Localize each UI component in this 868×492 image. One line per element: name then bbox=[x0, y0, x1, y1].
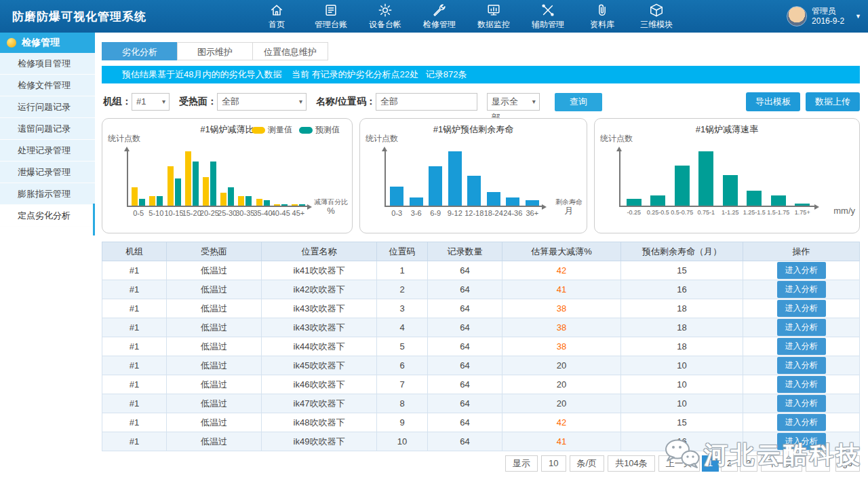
sidebar-item-6[interactable]: 膨胀指示管理 bbox=[0, 183, 95, 205]
bar bbox=[390, 187, 403, 206]
cell-surface: 低温过 bbox=[167, 261, 262, 280]
user-info: 管理员 2016-9-2 bbox=[812, 6, 844, 26]
page-number-3[interactable]: 3 bbox=[740, 455, 757, 472]
cell-life: 10 bbox=[621, 356, 743, 375]
tab-2[interactable]: 位置信息维护 bbox=[252, 42, 328, 60]
pagination: 显示10条/页共104条上一页123下一页go bbox=[102, 455, 860, 472]
surface-select[interactable]: 全部 bbox=[217, 93, 307, 111]
axis-tick-label: 0.25-0.5 bbox=[647, 209, 669, 216]
sidebar-item-0[interactable]: 检修项目管理 bbox=[0, 53, 95, 75]
enter-analysis-button[interactable]: 进入分析 bbox=[777, 433, 826, 450]
cell-action: 进入分析 bbox=[743, 394, 860, 413]
sidebar-item-1[interactable]: 检修文件管理 bbox=[0, 75, 95, 96]
nav-item-tools[interactable]: 辅助管理 bbox=[521, 3, 575, 31]
col-header-5: 估算最大减薄% bbox=[502, 242, 621, 261]
table-row-8: #1低温过ik48吹吹器下9644215进入分析 bbox=[102, 413, 860, 432]
enter-analysis-button[interactable]: 进入分析 bbox=[777, 300, 826, 317]
nav-item-home[interactable]: 首页 bbox=[250, 3, 304, 31]
nav-item-gear[interactable]: 设备台帐 bbox=[358, 3, 412, 31]
show-all-select[interactable]: 显示全部 bbox=[487, 93, 540, 111]
sidebar-item-3[interactable]: 遗留问题记录 bbox=[0, 118, 95, 140]
bar bbox=[228, 187, 234, 206]
enter-analysis-button[interactable]: 进入分析 bbox=[777, 262, 826, 279]
user-menu[interactable]: 管理员 2016-9-2 ▼ bbox=[787, 6, 861, 26]
bar bbox=[526, 200, 539, 206]
tab-0[interactable]: 劣化分析 bbox=[102, 42, 178, 60]
nav-item-monitor[interactable]: 数据监控 bbox=[467, 3, 521, 31]
nav-item-paperclip[interactable]: 资料库 bbox=[575, 3, 629, 31]
bar-group: 10-15 bbox=[165, 150, 182, 206]
chart-x-unit-main: 月 bbox=[555, 206, 583, 215]
app-title: 防磨防爆可视化管理系统 bbox=[12, 9, 146, 24]
sidebar-item-5[interactable]: 泄爆记录管理 bbox=[0, 162, 95, 183]
bar bbox=[292, 204, 298, 206]
cell-action: 进入分析 bbox=[743, 318, 860, 337]
enter-analysis-button[interactable]: 进入分析 bbox=[777, 395, 826, 412]
sidebar-item-2[interactable]: 运行问题记录 bbox=[0, 96, 95, 118]
cell-surface: 低温过 bbox=[167, 394, 262, 413]
page-number-1[interactable]: 1 bbox=[702, 455, 719, 472]
next-page-button[interactable]: 下一页 bbox=[761, 455, 802, 472]
nav-item-label: 首页 bbox=[269, 19, 285, 31]
cell-surface: 低温过 bbox=[167, 280, 262, 299]
enter-analysis-button[interactable]: 进入分析 bbox=[777, 281, 826, 298]
axis-tick-label: 25-30 bbox=[218, 209, 237, 217]
cell-records: 64 bbox=[428, 280, 502, 299]
nav-item-wrench[interactable]: 检修管理 bbox=[412, 3, 467, 31]
bar bbox=[210, 162, 216, 206]
query-button[interactable]: 查询 bbox=[555, 93, 602, 111]
axis-tick-label: 10-15 bbox=[164, 209, 183, 217]
unit-select[interactable]: #1 bbox=[132, 93, 170, 111]
cell-records: 64 bbox=[428, 432, 502, 451]
cell-thinning: 42 bbox=[502, 261, 621, 280]
sidebar-header[interactable]: 检修管理 bbox=[0, 33, 95, 53]
cell-records: 64 bbox=[428, 394, 502, 413]
cell-code: 7 bbox=[377, 375, 428, 394]
cell-location: ik41吹吹器下 bbox=[262, 261, 377, 280]
enter-analysis-button[interactable]: 进入分析 bbox=[777, 357, 826, 374]
cell-life: 10 bbox=[621, 394, 743, 413]
cell-records: 64 bbox=[428, 299, 502, 318]
nav-item-label: 检修管理 bbox=[423, 19, 456, 31]
bar bbox=[245, 196, 252, 206]
chart-2: #1锅炉减薄速率统计点数-0.250.25-0.50.5-0.750.75-11… bbox=[594, 118, 860, 233]
axis-tick-label: -0.25 bbox=[627, 209, 641, 216]
chart-legend: 测量值预测值 bbox=[252, 124, 344, 136]
cell-location: ik46吹吹器下 bbox=[262, 375, 377, 394]
data-upload-button[interactable]: 数据上传 bbox=[806, 92, 860, 111]
enter-analysis-button[interactable]: 进入分析 bbox=[777, 319, 826, 336]
page-go-button[interactable]: go bbox=[835, 455, 860, 472]
notice-bar: 预估结果基于近48月内的的劣化导入数据 当前 有记录的炉劣化分析点22处 记录8… bbox=[102, 66, 860, 83]
table-row-0: #1低温过ik41吹吹器下1644215进入分析 bbox=[102, 261, 860, 280]
cell-code: 1 bbox=[377, 261, 428, 280]
axis-tick-label: 45+ bbox=[292, 209, 305, 217]
export-template-button[interactable]: 导出模板 bbox=[746, 92, 800, 111]
bar bbox=[238, 196, 244, 206]
cell-unit: #1 bbox=[102, 375, 167, 394]
cell-records: 64 bbox=[428, 318, 502, 337]
table-row-2: #1低温过ik43吹吹器下3643818进入分析 bbox=[102, 299, 860, 318]
enter-analysis-button[interactable]: 进入分析 bbox=[777, 338, 826, 355]
page-size-value[interactable]: 10 bbox=[541, 455, 566, 472]
page-jump-input[interactable] bbox=[806, 455, 830, 472]
chart-bars: -0.250.25-0.50.5-0.750.75-11-1.251.25-1.… bbox=[622, 150, 814, 206]
prev-page-button[interactable]: 上一页 bbox=[658, 455, 700, 472]
axis-tick-label: 1.5-1.75 bbox=[767, 209, 789, 216]
gear-icon bbox=[378, 3, 393, 18]
cell-action: 进入分析 bbox=[743, 432, 860, 451]
nav-item-ledger[interactable]: 管理台账 bbox=[304, 3, 358, 31]
page-number-2[interactable]: 2 bbox=[721, 455, 738, 472]
cell-surface: 低温过 bbox=[167, 413, 262, 432]
chevron-down-icon[interactable]: ▼ bbox=[855, 13, 861, 20]
enter-analysis-button[interactable]: 进入分析 bbox=[777, 376, 826, 393]
enter-analysis-button[interactable]: 进入分析 bbox=[777, 414, 826, 431]
sidebar-item-4[interactable]: 处理记录管理 bbox=[0, 140, 95, 162]
sidebar-item-7[interactable]: 定点劣化分析 bbox=[0, 205, 95, 227]
axis-tick-label: 35-40 bbox=[253, 209, 272, 217]
cell-unit: #1 bbox=[102, 413, 167, 432]
nav-item-cube[interactable]: 三维模块 bbox=[629, 3, 684, 31]
tab-1[interactable]: 图示维护 bbox=[177, 42, 253, 60]
name-code-input[interactable] bbox=[376, 93, 477, 111]
bar bbox=[175, 178, 181, 206]
axis-tick-label: 40-45 bbox=[271, 209, 290, 217]
